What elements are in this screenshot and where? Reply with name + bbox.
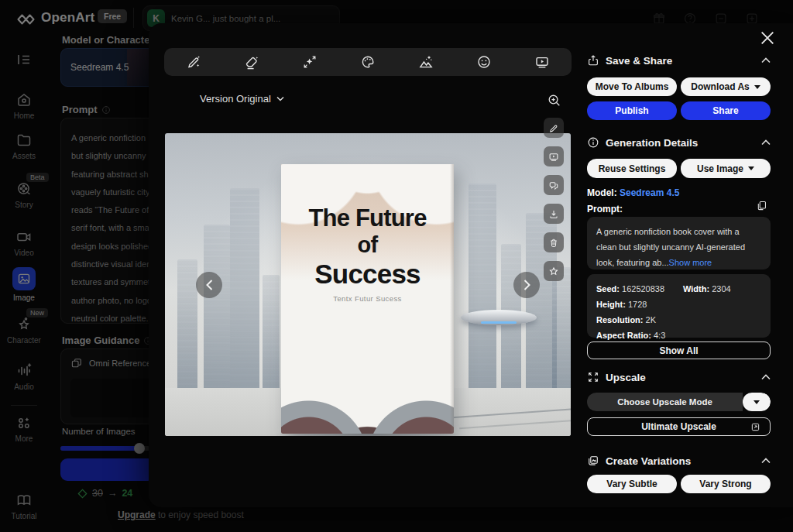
show-all-button[interactable]: Show All <box>587 342 771 359</box>
param-value: 2K <box>646 315 656 324</box>
upscale-mode-caret[interactable] <box>743 393 771 411</box>
version-selector[interactable]: Version Original <box>200 93 284 105</box>
save-share-header[interactable]: Save & Share <box>587 54 771 67</box>
magic-edit-icon[interactable] <box>183 51 204 73</box>
delete-icon[interactable] <box>544 232 564 252</box>
generated-image-viewer: The Future of Success Tentx Futur Sucess <box>165 133 571 436</box>
share-button[interactable]: Share <box>681 101 771 120</box>
image-detail-modal: Version Original <box>149 23 793 507</box>
previous-image-button[interactable] <box>196 272 222 298</box>
params-box: Seed: 162520838 Width: 2304 Height: 1728… <box>587 274 771 338</box>
section-title: Upscale <box>606 372 646 383</box>
param-value: 162520838 <box>622 284 664 293</box>
edit-image-icon[interactable] <box>544 118 564 138</box>
move-to-albums-button[interactable]: Move To Albums <box>587 77 677 96</box>
download-as-button[interactable]: Download As <box>681 77 771 96</box>
variations-icon <box>587 455 599 467</box>
comment-icon[interactable] <box>544 175 564 195</box>
model-row: Model: Seedream 4.5 <box>587 187 679 198</box>
download-icon[interactable] <box>544 204 564 224</box>
show-more-link[interactable]: Show more <box>669 258 712 267</box>
upscale-mode-select[interactable]: Choose Upscale Mode <box>587 393 771 411</box>
next-image-button[interactable] <box>513 272 540 298</box>
building <box>230 188 259 391</box>
animate-icon[interactable] <box>531 51 553 73</box>
param-label: Width: <box>683 284 709 293</box>
building <box>469 184 496 391</box>
chevron-up-icon[interactable] <box>761 139 771 146</box>
version-label: Version Original <box>200 93 271 105</box>
copy-icon[interactable] <box>756 200 767 211</box>
param-label: Aspect Ratio: <box>596 331 651 340</box>
param-label: Height: <box>596 300 626 309</box>
close-icon[interactable] <box>757 28 778 48</box>
favorite-star-icon[interactable] <box>544 261 564 281</box>
vary-strong-button[interactable]: Vary Strong <box>681 475 771 493</box>
chevron-up-icon[interactable] <box>761 374 771 380</box>
eraser-icon[interactable] <box>241 51 263 73</box>
reuse-settings-button[interactable]: Reuse Settings <box>587 159 677 178</box>
dropdown-caret-icon <box>754 85 760 89</box>
param-label: Seed: <box>596 284 620 293</box>
param-value: 2304 <box>712 284 730 293</box>
share-icon <box>587 54 599 67</box>
use-image-button[interactable]: Use Image <box>681 159 771 178</box>
chevron-up-icon[interactable] <box>761 458 771 464</box>
info-icon <box>587 136 599 149</box>
external-link-icon <box>750 422 760 432</box>
prompt-preview-box: A generic nonfiction book cover with a c… <box>587 217 771 269</box>
building <box>552 267 571 391</box>
app-root: OpenArt Free K Kevin G... just bought a … <box>0 0 793 532</box>
section-title: Generation Details <box>606 137 698 149</box>
building <box>263 275 280 391</box>
param-label: Resolution: <box>596 315 644 324</box>
generation-details-header[interactable]: Generation Details <box>587 136 771 149</box>
model-link[interactable]: Seedream 4.5 <box>620 187 679 198</box>
section-title: Save & Share <box>606 55 672 67</box>
palette-icon[interactable] <box>357 51 379 73</box>
ultimate-upscale-button[interactable]: Ultimate Upscale <box>587 417 771 436</box>
flying-vehicle <box>461 310 537 325</box>
book-cover: The Future of Success Tentx Futur Sucess <box>281 164 454 434</box>
detail-panel: Save & Share Move To Albums Download As … <box>587 23 771 507</box>
upscale-header[interactable]: Upscale <box>587 371 771 383</box>
zoom-in-icon[interactable] <box>544 90 565 111</box>
building <box>177 259 197 391</box>
vary-subtle-button[interactable]: Vary Subtle <box>587 475 677 493</box>
book-title: The Future of Success <box>281 204 454 290</box>
book-subtitle: Tentx Futur Sucess <box>281 294 454 303</box>
upscale-icon <box>587 371 599 383</box>
cover-art-bottom <box>281 341 454 434</box>
chevron-down-icon <box>276 96 284 101</box>
dropdown-caret-icon <box>748 166 754 170</box>
prompt-row-label: Prompt: <box>587 204 623 215</box>
section-title: Create Variations <box>606 455 691 467</box>
building <box>204 225 230 391</box>
enhance-icon[interactable] <box>299 51 321 73</box>
animate-image-icon[interactable] <box>544 146 564 166</box>
scene-icon[interactable] <box>415 51 437 73</box>
edit-toolbar <box>164 48 572 76</box>
face-icon[interactable] <box>473 51 495 73</box>
publish-button[interactable]: Publish <box>587 101 677 120</box>
chevron-up-icon[interactable] <box>761 57 771 63</box>
param-value: 1728 <box>628 300 647 309</box>
create-variations-header[interactable]: Create Variations <box>587 455 771 467</box>
upscale-mode-label: Choose Upscale Mode <box>587 393 743 411</box>
param-value: 4:3 <box>654 331 665 340</box>
